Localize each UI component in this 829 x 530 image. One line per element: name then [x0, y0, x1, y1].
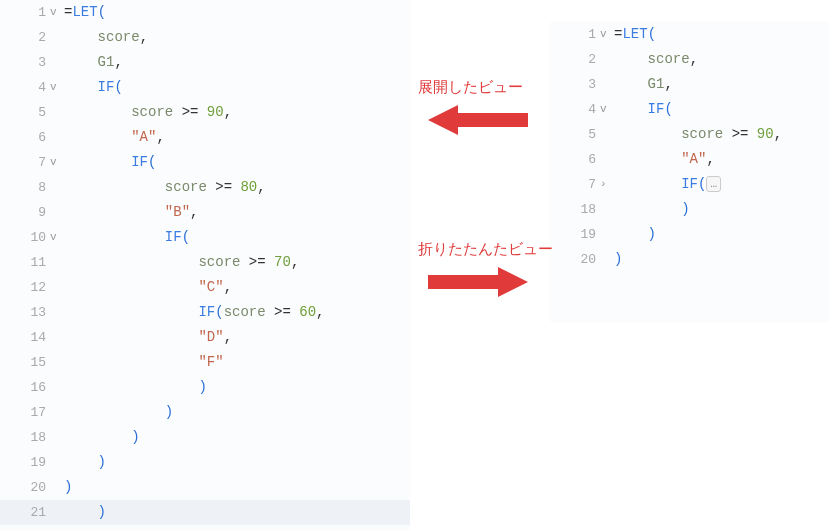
- fold-indicator: [50, 125, 64, 150]
- code-content: score >= 90,: [614, 122, 829, 147]
- code-line[interactable]: 20): [0, 475, 410, 500]
- line-number: 13: [0, 300, 50, 325]
- code-line[interactable]: 4v IF(: [550, 97, 829, 122]
- code-content: "B",: [64, 200, 410, 225]
- fold-indicator[interactable]: v: [600, 22, 614, 47]
- code-content: =LET(: [64, 0, 410, 25]
- line-number: 5: [0, 100, 50, 125]
- fold-indicator: [50, 425, 64, 450]
- fold-indicator[interactable]: v: [600, 97, 614, 122]
- fold-indicator: [600, 222, 614, 247]
- code-line[interactable]: 17 ): [0, 400, 410, 425]
- fold-indicator: [600, 122, 614, 147]
- line-number: 18: [550, 197, 600, 222]
- fold-indicator: [50, 175, 64, 200]
- code-editor-collapsed[interactable]: 1v=LET(2 score,3 G1,4v IF(5 score >= 90,…: [550, 22, 829, 322]
- line-number: 19: [550, 222, 600, 247]
- code-content: IF(: [64, 150, 410, 175]
- code-editor-expanded[interactable]: 1v=LET(2 score,3 G1,4v IF(5 score >= 90,…: [0, 0, 410, 530]
- code-content: ): [64, 425, 410, 450]
- code-content: =LET(: [614, 22, 829, 47]
- code-line[interactable]: 14 "D",: [0, 325, 410, 350]
- svg-marker-0: [428, 105, 528, 135]
- fold-indicator: [50, 450, 64, 475]
- fold-indicator[interactable]: v: [50, 0, 64, 25]
- line-number: 14: [0, 325, 50, 350]
- code-line[interactable]: 21 ): [0, 500, 410, 525]
- fold-indicator: [50, 25, 64, 50]
- code-line[interactable]: 13 IF(score >= 60,: [0, 300, 410, 325]
- code-line[interactable]: 16 ): [0, 375, 410, 400]
- code-line[interactable]: 18 ): [550, 197, 829, 222]
- code-line[interactable]: 6 "A",: [550, 147, 829, 172]
- code-content: "C",: [64, 275, 410, 300]
- code-content: IF(: [64, 75, 410, 100]
- fold-indicator[interactable]: ›: [600, 172, 614, 197]
- code-line[interactable]: 11 score >= 70,: [0, 250, 410, 275]
- line-number: 8: [0, 175, 50, 200]
- code-content: ): [64, 375, 410, 400]
- code-line[interactable]: 3 G1,: [550, 72, 829, 97]
- fold-indicator[interactable]: v: [50, 150, 64, 175]
- fold-indicator: [600, 247, 614, 272]
- code-content: IF(score >= 60,: [64, 300, 410, 325]
- code-content: ): [64, 450, 410, 475]
- fold-indicator: [50, 100, 64, 125]
- code-line[interactable]: 5 score >= 90,: [550, 122, 829, 147]
- fold-indicator: [600, 197, 614, 222]
- line-number: 1: [550, 22, 600, 47]
- fold-indicator[interactable]: v: [50, 75, 64, 100]
- code-line[interactable]: 3 G1,: [0, 50, 410, 75]
- code-line[interactable]: 18 ): [0, 425, 410, 450]
- fold-indicator: [50, 200, 64, 225]
- code-line[interactable]: 20): [550, 247, 829, 272]
- code-line[interactable]: 19 ): [0, 450, 410, 475]
- code-line[interactable]: 4v IF(: [0, 75, 410, 100]
- fold-indicator: [600, 47, 614, 72]
- line-number: 2: [550, 47, 600, 72]
- line-number: 7: [550, 172, 600, 197]
- fold-indicator: [50, 500, 64, 525]
- code-line[interactable]: 12 "C",: [0, 275, 410, 300]
- fold-indicator: [50, 300, 64, 325]
- code-line[interactable]: 19 ): [550, 222, 829, 247]
- code-line[interactable]: 8 score >= 80,: [0, 175, 410, 200]
- code-content: score >= 90,: [64, 100, 410, 125]
- code-content: G1,: [64, 50, 410, 75]
- fold-indicator: [50, 275, 64, 300]
- code-line[interactable]: 7v IF(: [0, 150, 410, 175]
- code-line[interactable]: 7› IF(…: [550, 172, 829, 197]
- fold-indicator: [50, 50, 64, 75]
- code-content: ): [614, 222, 829, 247]
- fold-indicator: [50, 400, 64, 425]
- code-content: "F": [64, 350, 410, 375]
- line-number: 1: [0, 0, 50, 25]
- code-line[interactable]: 15 "F": [0, 350, 410, 375]
- svg-marker-1: [428, 267, 528, 297]
- fold-indicator: [50, 350, 64, 375]
- code-line[interactable]: 2 score,: [550, 47, 829, 72]
- code-line[interactable]: 10v IF(: [0, 225, 410, 250]
- code-content: IF(: [64, 225, 410, 250]
- line-number: 4: [550, 97, 600, 122]
- fold-indicator: [50, 250, 64, 275]
- line-number: 4: [0, 75, 50, 100]
- fold-indicator: [50, 325, 64, 350]
- code-content: ): [64, 475, 410, 500]
- line-number: 6: [550, 147, 600, 172]
- code-line[interactable]: 5 score >= 90,: [0, 100, 410, 125]
- arrow-right-icon: [428, 264, 528, 300]
- fold-indicator[interactable]: v: [50, 225, 64, 250]
- code-line[interactable]: 6 "A",: [0, 125, 410, 150]
- code-content: IF(: [614, 97, 829, 122]
- label-collapsed-view: 折りたたんたビュー: [418, 240, 553, 259]
- code-line[interactable]: 2 score,: [0, 25, 410, 50]
- code-line[interactable]: 1v=LET(: [0, 0, 410, 25]
- line-number: 20: [0, 475, 50, 500]
- line-number: 18: [0, 425, 50, 450]
- code-content: "A",: [614, 147, 829, 172]
- code-line[interactable]: 1v=LET(: [550, 22, 829, 47]
- code-line[interactable]: 9 "B",: [0, 200, 410, 225]
- line-number: 11: [0, 250, 50, 275]
- code-content: ): [64, 400, 410, 425]
